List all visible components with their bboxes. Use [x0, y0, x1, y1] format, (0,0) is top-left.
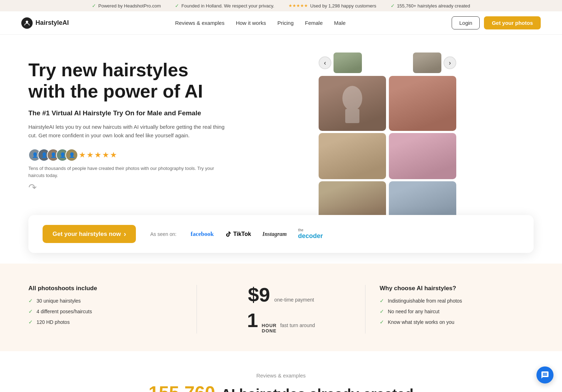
nav-item-male[interactable]: Male	[334, 20, 346, 26]
chat-icon	[541, 371, 549, 379]
as-seen-label: As seen on:	[150, 231, 176, 237]
nav-item-reviews[interactable]: Reviews & examples	[175, 20, 224, 26]
facebook-logo: facebook	[191, 231, 214, 238]
check-icon-4: ✓	[391, 3, 395, 9]
navbar: HairstyleAI Reviews & examples How it wo…	[0, 11, 562, 35]
features-col-3: Why choose AI hairstyles? ✓ Indistinguis…	[365, 285, 534, 325]
nav-actions: Login Get your photos	[452, 16, 541, 29]
female-photo-2	[389, 133, 456, 179]
hour-desc: fast turn around	[280, 322, 315, 328]
hero-social-proof: Tens of thousands of people have created…	[28, 165, 227, 179]
hero-description: HairstyleAI lets you try out new haircut…	[28, 123, 227, 140]
avatar-stack: 👤 👤 👤 👤 👤	[28, 149, 75, 161]
hero-images: ‹ ›	[241, 53, 534, 222]
features-col3-title: Why choose AI hairstyles?	[380, 285, 534, 292]
cta-button-label: Get your hairstyles now	[53, 231, 121, 238]
nav-item-pricing[interactable]: Pricing	[277, 20, 294, 26]
banner-text-1: Powered by HeadshotPro.com	[98, 3, 161, 9]
hour-done-label: HOURDONE	[261, 323, 276, 333]
photo-grid	[319, 76, 456, 222]
check-icon-f2: ✓	[28, 308, 33, 315]
svg-point-0	[26, 21, 28, 23]
svg-point-1	[342, 86, 362, 111]
check-icon-f3: ✓	[28, 319, 33, 325]
banner-item-3: ★★★★★ Used by 1,298 happy customers	[288, 3, 376, 9]
check-icon-2: ✓	[175, 3, 179, 9]
male-column	[319, 76, 386, 222]
check-icon-1: ✓	[92, 3, 96, 9]
price-value: $9	[248, 285, 270, 305]
nav-item-female[interactable]: Female	[305, 20, 323, 26]
stats-text: AI hairstyles already created	[221, 386, 414, 392]
banner-text-2: Founded in Holland. We respect your priv…	[181, 3, 274, 9]
thumbnail-male	[334, 53, 362, 73]
hour-labels: HOURDONE	[261, 323, 276, 333]
login-button[interactable]: Login	[452, 16, 480, 29]
banner-item-1: ✓ Powered by HeadshotPro.com	[92, 3, 161, 9]
nav-link-how[interactable]: How it works	[236, 20, 266, 26]
feature-item-5: ✓ No need for any haircut	[380, 308, 534, 315]
banner-item-2: ✓ Founded in Holland. We respect your pr…	[175, 3, 274, 9]
get-photos-button[interactable]: Get your photos	[484, 16, 541, 29]
hour-value: 1	[247, 310, 258, 330]
logo-text: HairstyleAI	[35, 19, 69, 27]
features-col-1: All photoshoots include ✓ 30 unique hair…	[28, 285, 197, 325]
arrow-right-icon[interactable]: ›	[443, 56, 456, 69]
thumbnail-female	[413, 53, 441, 73]
hero-section: Try new hairstyles with the power of AI …	[0, 35, 562, 222]
feature-item-2: ✓ 4 different poses/haircuts	[28, 308, 182, 315]
nav-item-how[interactable]: How it works	[236, 20, 266, 26]
check-icon-f4: ✓	[380, 298, 384, 304]
price-row: $9 one-time payment	[211, 285, 351, 305]
logo[interactable]: HairstyleAI	[21, 17, 69, 29]
nav-link-reviews[interactable]: Reviews & examples	[175, 20, 224, 26]
stats-number: 155,760	[149, 382, 215, 392]
banner-text-4: 155,760+ hairstyles already created	[397, 3, 470, 9]
avatar-5: 👤	[65, 149, 78, 161]
feature-text-4: Indistinguishable from real photos	[388, 298, 462, 304]
hero-stars: ★★★★★	[79, 150, 118, 160]
top-banner: ✓ Powered by HeadshotPro.com ✓ Founded i…	[0, 0, 562, 11]
reviews-label: Reviews & examples	[28, 372, 534, 379]
feature-item-6: ✓ Know what style works on you	[380, 319, 534, 325]
female-photo-1	[389, 76, 456, 131]
features-section: All photoshoots include ✓ 30 unique hair…	[0, 264, 562, 351]
arrow-curve-icon: ↷	[28, 182, 227, 193]
features-col3-list: ✓ Indistinguishable from real photos ✓ N…	[380, 298, 534, 325]
feature-item-4: ✓ Indistinguishable from real photos	[380, 298, 534, 304]
nav-link-female[interactable]: Female	[305, 20, 323, 26]
hour-row: 1 HOURDONE fast turn around	[211, 310, 351, 333]
features-col1-list: ✓ 30 unique hairstyles ✓ 4 different pos…	[28, 298, 182, 325]
hero-title: Try new hairstyles with the power of AI	[28, 60, 227, 102]
reviews-stats: 155,760 AI hairstyles already created	[28, 382, 534, 392]
nav-link-male[interactable]: Male	[334, 20, 346, 26]
cta-arrow-icon: ›	[124, 230, 126, 238]
hero-subtitle: The #1 Virtual AI Hairstyle Try On for M…	[28, 109, 227, 117]
feature-text-2: 4 different poses/haircuts	[37, 309, 92, 314]
features-col1-title: All photoshoots include	[28, 285, 182, 292]
svg-rect-2	[345, 109, 359, 123]
check-icon-f5: ✓	[380, 308, 384, 315]
feature-text-3: 120 HD photos	[37, 319, 70, 325]
tiktok-logo: TikTok	[225, 231, 251, 237]
nav-link-pricing[interactable]: Pricing	[277, 20, 294, 26]
feature-item-3: ✓ 120 HD photos	[28, 319, 182, 325]
nav-links: Reviews & examples How it works Pricing …	[83, 20, 437, 26]
cta-main-button[interactable]: Get your hairstyles now ›	[43, 225, 136, 243]
reviews-section: Reviews & examples 155,760 AI hairstyles…	[0, 351, 562, 392]
male-photo-1	[319, 76, 386, 131]
banner-item-4: ✓ 155,760+ hairstyles already created	[391, 3, 470, 9]
feature-text-6: Know what style works on you	[388, 319, 454, 325]
tiktok-icon	[225, 231, 232, 237]
price-label: one-time payment	[274, 297, 314, 303]
instagram-logo: Instagram	[263, 231, 287, 237]
feature-item-1: ✓ 30 unique hairstyles	[28, 298, 182, 304]
arrow-left-icon[interactable]: ‹	[319, 56, 331, 69]
male-photo-2	[319, 133, 386, 179]
chat-bubble[interactable]	[536, 366, 553, 383]
female-column	[389, 76, 456, 222]
check-icon-f6: ✓	[380, 319, 384, 325]
features-grid: All photoshoots include ✓ 30 unique hair…	[28, 285, 534, 333]
feature-text-1: 30 unique hairstyles	[37, 298, 81, 304]
logo-icon	[21, 17, 33, 29]
